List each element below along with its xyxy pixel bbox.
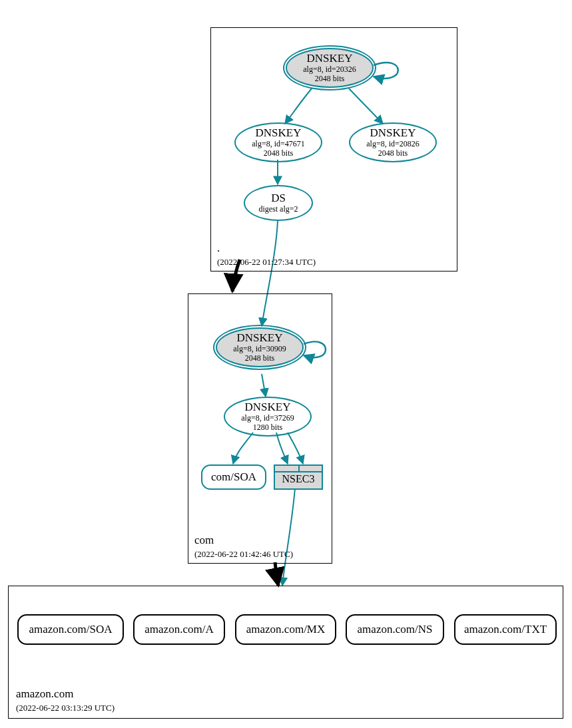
dnskey-alg: alg=8, id=30909	[233, 345, 286, 354]
dnskey-alg: alg=8, id=20326	[303, 65, 356, 75]
dnskey-title: DNSKEY	[237, 331, 283, 345]
dnskey-bits: 2048 bits	[264, 149, 293, 158]
amazon-zone-name: amazon.com	[16, 687, 73, 700]
com-zone-label: com (2022-06-22 01:42:46 UTC)	[194, 534, 293, 561]
amazon-zone-timestamp: (2022-06-22 03:13:29 UTC)	[16, 703, 115, 713]
dnskey-title: DNSKEY	[256, 126, 302, 140]
amazon-txt-record: amazon.com/TXT	[454, 614, 557, 645]
dnskey-alg: alg=8, id=37269	[241, 414, 294, 423]
root-zone-timestamp: (2022-06-22 01:27:34 UTC)	[217, 257, 316, 267]
root-zone-label: . (2022-06-22 01:27:34 UTC)	[217, 242, 316, 269]
dnskey-bits: 2048 bits	[245, 354, 274, 363]
root-ds-node: DS digest alg=2	[244, 185, 313, 221]
record-label: amazon.com/SOA	[29, 623, 112, 636]
root-zsk2-node: DNSKEY alg=8, id=20826 2048 bits	[349, 122, 437, 162]
com-soa-label: com/SOA	[211, 470, 256, 484]
com-nsec3-node: NSEC3	[274, 464, 323, 490]
amazon-zone-label: amazon.com (2022-06-22 03:13:29 UTC)	[16, 687, 115, 715]
record-label: amazon.com/NS	[358, 623, 433, 636]
com-ksk-node: DNSKEY alg=8, id=30909 2048 bits	[216, 327, 304, 367]
dnskey-alg: alg=8, id=47671	[252, 140, 305, 149]
record-label: amazon.com/MX	[246, 623, 326, 636]
nsec3-label: NSEC3	[275, 471, 322, 487]
com-zone-timestamp: (2022-06-22 01:42:46 UTC)	[194, 549, 293, 559]
dnskey-bits: 2048 bits	[315, 75, 344, 84]
dnskey-bits: 1280 bits	[253, 423, 282, 433]
amazon-mx-record: amazon.com/MX	[235, 614, 336, 645]
com-zone-name: com	[194, 534, 214, 546]
root-zsk1-node: DNSKEY alg=8, id=47671 2048 bits	[234, 122, 322, 162]
amazon-ns-record: amazon.com/NS	[346, 614, 444, 645]
root-ksk-node: DNSKEY alg=8, id=20326 2048 bits	[286, 48, 374, 88]
dnskey-alg: alg=8, id=20826	[366, 140, 420, 149]
ds-sub: digest alg=2	[258, 205, 298, 214]
record-label: amazon.com/A	[144, 623, 213, 636]
amazon-soa-record: amazon.com/SOA	[17, 614, 124, 645]
dnskey-title: DNSKEY	[245, 401, 291, 414]
com-zsk-node: DNSKEY alg=8, id=37269 1280 bits	[224, 397, 312, 437]
dnskey-title: DNSKEY	[307, 52, 353, 65]
root-zone-name: .	[217, 242, 220, 254]
ds-title: DS	[271, 192, 286, 205]
amazon-a-record: amazon.com/A	[133, 614, 225, 645]
dnskey-bits: 2048 bits	[378, 149, 408, 158]
record-label: amazon.com/TXT	[464, 623, 547, 636]
com-soa-node: com/SOA	[201, 464, 266, 490]
dnskey-title: DNSKEY	[370, 126, 416, 140]
